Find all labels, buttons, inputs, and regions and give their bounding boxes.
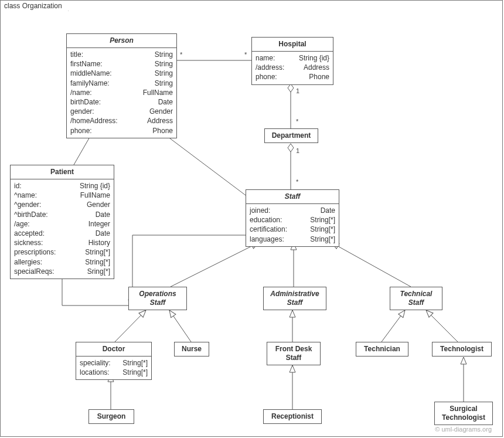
- attr-row: ^gender:Gender: [14, 200, 110, 209]
- mult-hospital-dept-bot: *: [296, 118, 298, 125]
- class-front-desk-staff: Front Desk Staff: [267, 342, 321, 365]
- class-patient-attrs: id:String {id}^name:FullName^gender:Gend…: [11, 179, 114, 279]
- class-staff-title: Staff: [246, 190, 339, 204]
- class-technologist-title: Technologist: [433, 342, 491, 356]
- class-operations-staff: Operations Staff: [128, 287, 187, 310]
- attr-row: phone:Phone: [70, 126, 173, 135]
- class-staff: Staff joined:Dateeducation:String[*]cert…: [246, 189, 339, 247]
- attr-row: /age:Integer: [14, 219, 110, 229]
- class-patient: Patient id:String {id}^name:FullName^gen…: [10, 165, 114, 279]
- attr-row: prescriptions:String[*]: [14, 247, 110, 257]
- class-department-title: Department: [265, 129, 318, 142]
- attr-row: id:String {id}: [14, 181, 110, 191]
- class-receptionist-title: Receptionist: [264, 410, 321, 423]
- class-surgical-technologist-title: Surgical Technologist: [435, 402, 492, 425]
- class-person: Person title:StringfirstName:Stringmiddl…: [66, 33, 177, 138]
- attr-row: title:String: [70, 50, 173, 59]
- mult-dept-staff-bot: *: [296, 178, 298, 185]
- attr-row: firstName:String: [70, 59, 173, 69]
- attr-row: ^name:FullName: [14, 191, 110, 200]
- attr-row: certification:String[*]: [250, 225, 335, 234]
- mult-person-hospital-left: *: [180, 51, 182, 58]
- mult-person-hospital-right: *: [244, 51, 247, 58]
- svg-line-9: [169, 310, 191, 342]
- class-surgeon: Surgeon: [88, 409, 134, 424]
- class-nurse: Nurse: [174, 342, 209, 356]
- class-doctor: Doctor speciality:String[*]locations:Str…: [76, 342, 152, 380]
- class-hospital-attrs: name:String {id}/address:Addressphone:Ph…: [252, 52, 333, 84]
- mult-hospital-dept-top: 1: [296, 87, 299, 94]
- svg-line-7: [332, 243, 411, 287]
- class-technical-staff-title: Technical Staff: [390, 287, 442, 310]
- class-administrative-staff: Administrative Staff: [263, 287, 326, 310]
- attr-row: gender:Gender: [70, 107, 173, 116]
- attr-row: /name:FullName: [70, 88, 173, 97]
- attr-row: locations:String[*]: [80, 368, 148, 377]
- attr-row: birthDate:Date: [70, 97, 173, 107]
- attr-row: joined:Date: [250, 206, 335, 215]
- attr-row: languages:String[*]: [250, 235, 335, 244]
- attr-row: accepted:Date: [14, 229, 110, 238]
- class-department: Department: [264, 128, 318, 143]
- frame-label: class Organization: [0, 0, 69, 11]
- class-operations-staff-title: Operations Staff: [129, 287, 186, 310]
- class-administrative-staff-title: Administrative Staff: [264, 287, 326, 310]
- attr-row: sickness:History: [14, 238, 110, 247]
- attr-row: /homeAddress:Address: [70, 116, 173, 125]
- class-technician: Technician: [356, 342, 408, 356]
- class-front-desk-staff-title: Front Desk Staff: [267, 342, 320, 365]
- mult-dept-staff-top: 1: [296, 147, 299, 154]
- class-patient-title: Patient: [11, 165, 114, 179]
- class-doctor-attrs: speciality:String[*]locations:String[*]: [76, 356, 151, 379]
- svg-line-12: [426, 310, 458, 342]
- class-surgical-technologist: Surgical Technologist: [434, 402, 493, 425]
- svg-line-8: [115, 310, 146, 342]
- attr-row: speciality:String[*]: [80, 358, 148, 368]
- attr-row: education:String[*]: [250, 215, 335, 225]
- svg-line-4: [158, 130, 246, 195]
- class-receptionist: Receptionist: [263, 409, 322, 424]
- class-surgeon-title: Surgeon: [89, 410, 134, 423]
- attr-row: familyName:String: [70, 79, 173, 88]
- class-technical-staff: Technical Staff: [390, 287, 442, 310]
- class-doctor-title: Doctor: [76, 342, 151, 356]
- class-person-title: Person: [67, 34, 176, 48]
- attr-row: ^birthDate:Date: [14, 210, 110, 219]
- attr-row: phone:Phone: [256, 72, 329, 82]
- class-nurse-title: Nurse: [175, 342, 209, 356]
- attr-row: middleName:String: [70, 69, 173, 78]
- watermark: © uml-diagrams.org: [435, 426, 492, 433]
- class-person-attrs: title:StringfirstName:StringmiddleName:S…: [67, 48, 176, 138]
- class-technician-title: Technician: [356, 342, 408, 356]
- attr-row: allergies:String[*]: [14, 257, 110, 267]
- class-hospital: Hospital name:String {id}/address:Addres…: [251, 37, 333, 85]
- uml-frame: class Organization: [0, 0, 503, 437]
- attr-row: specialReqs:Sring[*]: [14, 267, 110, 276]
- class-hospital-title: Hospital: [252, 38, 333, 52]
- svg-line-5: [171, 243, 258, 287]
- class-staff-attrs: joined:Dateeducation:String[*]certificat…: [246, 204, 339, 246]
- attr-row: /address:Address: [256, 63, 329, 72]
- attr-row: name:String {id}: [256, 53, 329, 63]
- svg-line-11: [382, 310, 405, 342]
- class-technologist: Technologist: [432, 342, 492, 356]
